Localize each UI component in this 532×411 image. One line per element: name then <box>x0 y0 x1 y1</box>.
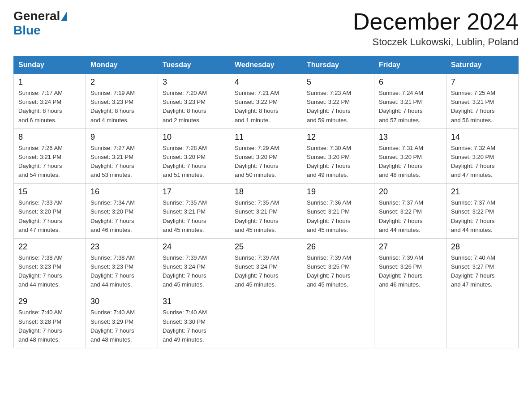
page-header: General Blue December 2024 Stoczek Lukow… <box>13 9 519 48</box>
day-number: 19 <box>307 187 369 197</box>
day-info: Sunrise: 7:35 AMSunset: 3:21 PMDaylight:… <box>163 198 225 235</box>
day-number: 8 <box>18 133 81 142</box>
day-number: 3 <box>163 77 225 87</box>
calendar-cell: 17 Sunrise: 7:35 AMSunset: 3:21 PMDaylig… <box>158 184 230 239</box>
calendar-body: 1 Sunrise: 7:17 AMSunset: 3:24 PMDayligh… <box>14 74 519 348</box>
day-info: Sunrise: 7:19 AMSunset: 3:23 PMDaylight:… <box>90 89 153 125</box>
day-info: Sunrise: 7:20 AMSunset: 3:23 PMDaylight:… <box>163 89 225 125</box>
calendar-header: SundayMondayTuesdayWednesdayThursdayFrid… <box>14 56 519 74</box>
day-info: Sunrise: 7:33 AMSunset: 3:20 PMDaylight:… <box>18 198 81 235</box>
week-row-2: 8 Sunrise: 7:26 AMSunset: 3:21 PMDayligh… <box>14 128 519 184</box>
logo-triangle-icon <box>61 11 67 21</box>
calendar-cell: 18 Sunrise: 7:35 AMSunset: 3:21 PMDaylig… <box>230 184 302 239</box>
day-number: 30 <box>90 297 153 306</box>
calendar-cell: 8 Sunrise: 7:26 AMSunset: 3:21 PMDayligh… <box>14 128 86 184</box>
day-info: Sunrise: 7:21 AMSunset: 3:22 PMDaylight:… <box>235 89 297 125</box>
day-number: 11 <box>235 133 297 142</box>
day-info: Sunrise: 7:29 AMSunset: 3:20 PMDaylight:… <box>235 144 297 180</box>
day-number: 20 <box>379 187 442 197</box>
calendar-cell: 14 Sunrise: 7:32 AMSunset: 3:20 PMDaylig… <box>446 128 519 184</box>
header-saturday: Saturday <box>446 56 519 74</box>
calendar-cell: 3 Sunrise: 7:20 AMSunset: 3:23 PMDayligh… <box>158 74 230 129</box>
month-title: December 2024 <box>353 9 519 34</box>
header-wednesday: Wednesday <box>230 56 302 74</box>
day-number: 27 <box>379 242 442 252</box>
logo-blue: Blue <box>13 23 41 38</box>
day-info: Sunrise: 7:27 AMSunset: 3:21 PMDaylight:… <box>90 144 153 180</box>
day-number: 13 <box>379 133 442 142</box>
header-sunday: Sunday <box>14 56 86 74</box>
calendar-cell: 1 Sunrise: 7:17 AMSunset: 3:24 PMDayligh… <box>14 74 86 129</box>
day-info: Sunrise: 7:40 AMSunset: 3:28 PMDaylight:… <box>18 308 81 344</box>
day-number: 7 <box>451 77 514 87</box>
day-info: Sunrise: 7:40 AMSunset: 3:29 PMDaylight:… <box>90 308 153 344</box>
title-section: December 2024 Stoczek Lukowski, Lublin, … <box>353 9 519 48</box>
day-number: 18 <box>235 187 297 197</box>
calendar-table: SundayMondayTuesdayWednesdayThursdayFrid… <box>13 56 519 348</box>
calendar-cell: 27 Sunrise: 7:39 AMSunset: 3:26 PMDaylig… <box>374 238 446 293</box>
week-row-1: 1 Sunrise: 7:17 AMSunset: 3:24 PMDayligh… <box>14 74 519 129</box>
calendar-cell: 20 Sunrise: 7:37 AMSunset: 3:22 PMDaylig… <box>374 184 446 239</box>
calendar-cell: 29 Sunrise: 7:40 AMSunset: 3:28 PMDaylig… <box>14 293 86 348</box>
day-info: Sunrise: 7:32 AMSunset: 3:20 PMDaylight:… <box>451 144 514 180</box>
day-info: Sunrise: 7:23 AMSunset: 3:22 PMDaylight:… <box>307 89 369 125</box>
day-info: Sunrise: 7:28 AMSunset: 3:20 PMDaylight:… <box>163 144 225 180</box>
day-number: 15 <box>18 187 81 197</box>
day-info: Sunrise: 7:30 AMSunset: 3:20 PMDaylight:… <box>307 144 369 180</box>
day-info: Sunrise: 7:31 AMSunset: 3:20 PMDaylight:… <box>379 144 442 180</box>
calendar-cell: 12 Sunrise: 7:30 AMSunset: 3:20 PMDaylig… <box>302 128 374 184</box>
day-number: 25 <box>235 242 297 252</box>
calendar-cell <box>230 293 302 348</box>
calendar-cell: 15 Sunrise: 7:33 AMSunset: 3:20 PMDaylig… <box>14 184 86 239</box>
calendar-cell: 13 Sunrise: 7:31 AMSunset: 3:20 PMDaylig… <box>374 128 446 184</box>
calendar-cell <box>374 293 446 348</box>
calendar-cell: 2 Sunrise: 7:19 AMSunset: 3:23 PMDayligh… <box>86 74 158 129</box>
day-info: Sunrise: 7:24 AMSunset: 3:21 PMDaylight:… <box>379 89 442 125</box>
header-row: SundayMondayTuesdayWednesdayThursdayFrid… <box>14 56 519 74</box>
day-number: 5 <box>307 77 369 87</box>
header-tuesday: Tuesday <box>158 56 230 74</box>
day-number: 29 <box>18 297 81 306</box>
day-info: Sunrise: 7:36 AMSunset: 3:21 PMDaylight:… <box>307 198 369 235</box>
header-monday: Monday <box>86 56 158 74</box>
calendar-cell <box>302 293 374 348</box>
calendar-cell: 23 Sunrise: 7:38 AMSunset: 3:23 PMDaylig… <box>86 238 158 293</box>
day-number: 17 <box>163 187 225 197</box>
day-number: 28 <box>451 242 514 252</box>
day-info: Sunrise: 7:25 AMSunset: 3:21 PMDaylight:… <box>451 89 514 125</box>
day-info: Sunrise: 7:37 AMSunset: 3:22 PMDaylight:… <box>379 198 442 235</box>
day-info: Sunrise: 7:40 AMSunset: 3:30 PMDaylight:… <box>163 308 225 344</box>
day-info: Sunrise: 7:34 AMSunset: 3:20 PMDaylight:… <box>90 198 153 235</box>
day-number: 1 <box>18 77 81 87</box>
day-number: 14 <box>451 133 514 142</box>
calendar-cell: 6 Sunrise: 7:24 AMSunset: 3:21 PMDayligh… <box>374 74 446 129</box>
calendar-cell: 30 Sunrise: 7:40 AMSunset: 3:29 PMDaylig… <box>86 293 158 348</box>
calendar-cell: 22 Sunrise: 7:38 AMSunset: 3:23 PMDaylig… <box>14 238 86 293</box>
day-number: 12 <box>307 133 369 142</box>
calendar-cell: 9 Sunrise: 7:27 AMSunset: 3:21 PMDayligh… <box>86 128 158 184</box>
logo-general: General <box>13 9 60 23</box>
calendar-cell: 5 Sunrise: 7:23 AMSunset: 3:22 PMDayligh… <box>302 74 374 129</box>
day-number: 9 <box>90 133 153 142</box>
day-info: Sunrise: 7:39 AMSunset: 3:26 PMDaylight:… <box>379 253 442 290</box>
logo: General Blue <box>13 9 68 38</box>
calendar-cell: 21 Sunrise: 7:37 AMSunset: 3:22 PMDaylig… <box>446 184 519 239</box>
calendar-cell: 11 Sunrise: 7:29 AMSunset: 3:20 PMDaylig… <box>230 128 302 184</box>
calendar-cell <box>446 293 519 348</box>
logo-text: General <box>13 9 68 23</box>
calendar-cell: 26 Sunrise: 7:39 AMSunset: 3:25 PMDaylig… <box>302 238 374 293</box>
day-number: 2 <box>90 77 153 87</box>
day-number: 24 <box>163 242 225 252</box>
day-number: 21 <box>451 187 514 197</box>
day-info: Sunrise: 7:35 AMSunset: 3:21 PMDaylight:… <box>235 198 297 235</box>
day-info: Sunrise: 7:26 AMSunset: 3:21 PMDaylight:… <box>18 144 81 180</box>
day-info: Sunrise: 7:39 AMSunset: 3:24 PMDaylight:… <box>163 253 225 290</box>
calendar-cell: 25 Sunrise: 7:39 AMSunset: 3:24 PMDaylig… <box>230 238 302 293</box>
day-number: 26 <box>307 242 369 252</box>
day-info: Sunrise: 7:40 AMSunset: 3:27 PMDaylight:… <box>451 253 514 290</box>
day-number: 22 <box>18 242 81 252</box>
week-row-4: 22 Sunrise: 7:38 AMSunset: 3:23 PMDaylig… <box>14 238 519 293</box>
day-number: 23 <box>90 242 153 252</box>
day-number: 4 <box>235 77 297 87</box>
day-info: Sunrise: 7:38 AMSunset: 3:23 PMDaylight:… <box>18 253 81 290</box>
